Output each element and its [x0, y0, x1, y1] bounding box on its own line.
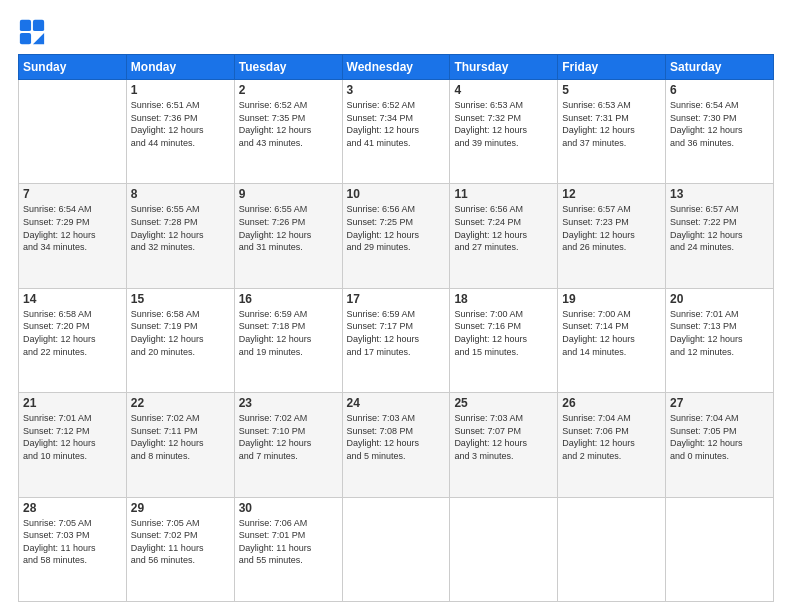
calendar-cell: 16Sunrise: 6:59 AM Sunset: 7:18 PM Dayli…: [234, 288, 342, 392]
calendar-cell: 19Sunrise: 7:00 AM Sunset: 7:14 PM Dayli…: [558, 288, 666, 392]
day-number: 6: [670, 83, 769, 97]
calendar-header-row: SundayMondayTuesdayWednesdayThursdayFrid…: [19, 55, 774, 80]
day-number: 20: [670, 292, 769, 306]
calendar-cell: [19, 80, 127, 184]
day-info: Sunrise: 7:00 AM Sunset: 7:14 PM Dayligh…: [562, 308, 661, 358]
calendar-cell: 23Sunrise: 7:02 AM Sunset: 7:10 PM Dayli…: [234, 393, 342, 497]
day-info: Sunrise: 7:00 AM Sunset: 7:16 PM Dayligh…: [454, 308, 553, 358]
calendar-cell: 27Sunrise: 7:04 AM Sunset: 7:05 PM Dayli…: [666, 393, 774, 497]
calendar-cell: 14Sunrise: 6:58 AM Sunset: 7:20 PM Dayli…: [19, 288, 127, 392]
calendar-cell: [558, 497, 666, 601]
calendar-cell: 28Sunrise: 7:05 AM Sunset: 7:03 PM Dayli…: [19, 497, 127, 601]
svg-rect-0: [20, 20, 31, 31]
day-number: 11: [454, 187, 553, 201]
day-number: 14: [23, 292, 122, 306]
day-info: Sunrise: 6:52 AM Sunset: 7:35 PM Dayligh…: [239, 99, 338, 149]
logo: [18, 18, 50, 46]
day-info: Sunrise: 7:06 AM Sunset: 7:01 PM Dayligh…: [239, 517, 338, 567]
day-info: Sunrise: 7:02 AM Sunset: 7:11 PM Dayligh…: [131, 412, 230, 462]
calendar-week-row: 21Sunrise: 7:01 AM Sunset: 7:12 PM Dayli…: [19, 393, 774, 497]
day-number: 27: [670, 396, 769, 410]
day-number: 1: [131, 83, 230, 97]
calendar-cell: 30Sunrise: 7:06 AM Sunset: 7:01 PM Dayli…: [234, 497, 342, 601]
day-number: 26: [562, 396, 661, 410]
day-info: Sunrise: 7:04 AM Sunset: 7:05 PM Dayligh…: [670, 412, 769, 462]
calendar-table: SundayMondayTuesdayWednesdayThursdayFrid…: [18, 54, 774, 602]
header: [18, 18, 774, 46]
day-info: Sunrise: 6:59 AM Sunset: 7:18 PM Dayligh…: [239, 308, 338, 358]
svg-marker-3: [33, 33, 44, 44]
day-info: Sunrise: 6:54 AM Sunset: 7:30 PM Dayligh…: [670, 99, 769, 149]
day-number: 3: [347, 83, 446, 97]
calendar-cell: 12Sunrise: 6:57 AM Sunset: 7:23 PM Dayli…: [558, 184, 666, 288]
day-number: 29: [131, 501, 230, 515]
day-info: Sunrise: 6:55 AM Sunset: 7:28 PM Dayligh…: [131, 203, 230, 253]
calendar-cell: 1Sunrise: 6:51 AM Sunset: 7:36 PM Daylig…: [126, 80, 234, 184]
day-number: 7: [23, 187, 122, 201]
calendar-cell: [342, 497, 450, 601]
calendar-cell: 29Sunrise: 7:05 AM Sunset: 7:02 PM Dayli…: [126, 497, 234, 601]
calendar-week-row: 7Sunrise: 6:54 AM Sunset: 7:29 PM Daylig…: [19, 184, 774, 288]
day-info: Sunrise: 6:57 AM Sunset: 7:23 PM Dayligh…: [562, 203, 661, 253]
calendar-cell: 11Sunrise: 6:56 AM Sunset: 7:24 PM Dayli…: [450, 184, 558, 288]
calendar-cell: 10Sunrise: 6:56 AM Sunset: 7:25 PM Dayli…: [342, 184, 450, 288]
day-number: 28: [23, 501, 122, 515]
day-number: 4: [454, 83, 553, 97]
day-number: 19: [562, 292, 661, 306]
calendar-week-row: 14Sunrise: 6:58 AM Sunset: 7:20 PM Dayli…: [19, 288, 774, 392]
day-info: Sunrise: 6:52 AM Sunset: 7:34 PM Dayligh…: [347, 99, 446, 149]
day-number: 13: [670, 187, 769, 201]
calendar-week-row: 1Sunrise: 6:51 AM Sunset: 7:36 PM Daylig…: [19, 80, 774, 184]
day-number: 2: [239, 83, 338, 97]
day-info: Sunrise: 6:55 AM Sunset: 7:26 PM Dayligh…: [239, 203, 338, 253]
calendar-cell: 21Sunrise: 7:01 AM Sunset: 7:12 PM Dayli…: [19, 393, 127, 497]
calendar-cell: 17Sunrise: 6:59 AM Sunset: 7:17 PM Dayli…: [342, 288, 450, 392]
day-info: Sunrise: 6:54 AM Sunset: 7:29 PM Dayligh…: [23, 203, 122, 253]
calendar-day-header: Thursday: [450, 55, 558, 80]
calendar-cell: 22Sunrise: 7:02 AM Sunset: 7:11 PM Dayli…: [126, 393, 234, 497]
day-number: 15: [131, 292, 230, 306]
calendar-cell: 13Sunrise: 6:57 AM Sunset: 7:22 PM Dayli…: [666, 184, 774, 288]
page: SundayMondayTuesdayWednesdayThursdayFrid…: [0, 0, 792, 612]
day-info: Sunrise: 7:03 AM Sunset: 7:08 PM Dayligh…: [347, 412, 446, 462]
day-number: 8: [131, 187, 230, 201]
calendar-cell: 9Sunrise: 6:55 AM Sunset: 7:26 PM Daylig…: [234, 184, 342, 288]
day-info: Sunrise: 6:56 AM Sunset: 7:24 PM Dayligh…: [454, 203, 553, 253]
svg-rect-2: [20, 33, 31, 44]
day-info: Sunrise: 7:03 AM Sunset: 7:07 PM Dayligh…: [454, 412, 553, 462]
calendar-cell: 25Sunrise: 7:03 AM Sunset: 7:07 PM Dayli…: [450, 393, 558, 497]
calendar-cell: 7Sunrise: 6:54 AM Sunset: 7:29 PM Daylig…: [19, 184, 127, 288]
day-info: Sunrise: 6:53 AM Sunset: 7:31 PM Dayligh…: [562, 99, 661, 149]
day-number: 25: [454, 396, 553, 410]
day-info: Sunrise: 6:58 AM Sunset: 7:20 PM Dayligh…: [23, 308, 122, 358]
day-info: Sunrise: 7:01 AM Sunset: 7:13 PM Dayligh…: [670, 308, 769, 358]
calendar-cell: [666, 497, 774, 601]
calendar-day-header: Monday: [126, 55, 234, 80]
calendar-cell: 8Sunrise: 6:55 AM Sunset: 7:28 PM Daylig…: [126, 184, 234, 288]
calendar-day-header: Friday: [558, 55, 666, 80]
day-info: Sunrise: 7:05 AM Sunset: 7:02 PM Dayligh…: [131, 517, 230, 567]
day-number: 23: [239, 396, 338, 410]
day-number: 22: [131, 396, 230, 410]
day-number: 17: [347, 292, 446, 306]
day-info: Sunrise: 6:53 AM Sunset: 7:32 PM Dayligh…: [454, 99, 553, 149]
day-info: Sunrise: 6:51 AM Sunset: 7:36 PM Dayligh…: [131, 99, 230, 149]
calendar-cell: 20Sunrise: 7:01 AM Sunset: 7:13 PM Dayli…: [666, 288, 774, 392]
calendar-day-header: Sunday: [19, 55, 127, 80]
day-number: 21: [23, 396, 122, 410]
day-info: Sunrise: 7:01 AM Sunset: 7:12 PM Dayligh…: [23, 412, 122, 462]
day-info: Sunrise: 6:58 AM Sunset: 7:19 PM Dayligh…: [131, 308, 230, 358]
calendar-day-header: Tuesday: [234, 55, 342, 80]
calendar-cell: 5Sunrise: 6:53 AM Sunset: 7:31 PM Daylig…: [558, 80, 666, 184]
day-number: 9: [239, 187, 338, 201]
calendar-cell: 4Sunrise: 6:53 AM Sunset: 7:32 PM Daylig…: [450, 80, 558, 184]
calendar-cell: 15Sunrise: 6:58 AM Sunset: 7:19 PM Dayli…: [126, 288, 234, 392]
day-info: Sunrise: 7:05 AM Sunset: 7:03 PM Dayligh…: [23, 517, 122, 567]
calendar-day-header: Wednesday: [342, 55, 450, 80]
day-number: 18: [454, 292, 553, 306]
calendar-week-row: 28Sunrise: 7:05 AM Sunset: 7:03 PM Dayli…: [19, 497, 774, 601]
calendar-cell: [450, 497, 558, 601]
day-number: 10: [347, 187, 446, 201]
logo-icon: [18, 18, 46, 46]
calendar-cell: 2Sunrise: 6:52 AM Sunset: 7:35 PM Daylig…: [234, 80, 342, 184]
